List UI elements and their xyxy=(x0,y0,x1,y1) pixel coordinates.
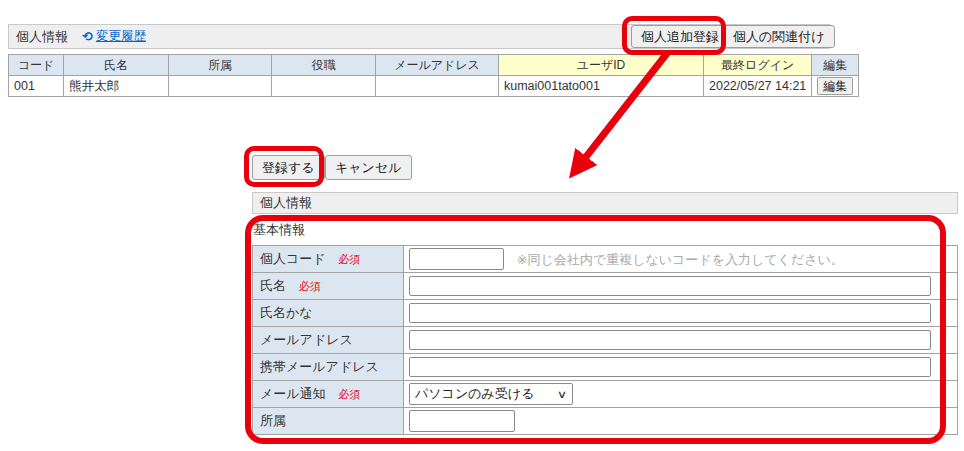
cell-email xyxy=(376,76,499,97)
cell-user-id: kumai001tato001 xyxy=(499,76,704,97)
register-button[interactable]: 登録する xyxy=(252,155,325,180)
form-panel-title: 個人情報 xyxy=(260,194,312,212)
label-mobile-email: 携帯メールアドレス xyxy=(260,359,379,374)
name-input[interactable] xyxy=(409,276,931,296)
cell-position xyxy=(272,76,376,97)
col-name: 氏名 xyxy=(64,55,169,76)
relate-person-button[interactable]: 個人の関連付け xyxy=(723,25,835,48)
cell-last-login: 2022/05/27 14:21 xyxy=(704,76,812,97)
col-edit: 編集 xyxy=(812,55,859,76)
label-name: 氏名 xyxy=(260,278,286,293)
person-code-input[interactable] xyxy=(409,248,504,270)
label-email: メールアドレス xyxy=(260,332,353,347)
mail-notify-selected-value: パソコンのみ受ける xyxy=(415,385,534,403)
label-person-code: 個人コード xyxy=(260,251,326,266)
change-history-label: 変更履歴 xyxy=(96,28,146,45)
col-last-login: 最終ログイン xyxy=(704,55,812,76)
label-mail-notify: メール通知 xyxy=(260,386,326,401)
basic-info-group-title: 基本情報 xyxy=(253,221,305,239)
panel-title: 個人情報 xyxy=(16,28,68,46)
department-input[interactable] xyxy=(409,410,515,432)
table-header-row: コード 氏名 所属 役職 メールアドレス ユーザID 最終ログイン 編集 xyxy=(9,55,859,76)
history-icon: ⟲ xyxy=(82,29,93,44)
form-row-mail-notify: メール通知 必須 パソコンのみ受ける ∨ xyxy=(253,381,958,408)
col-position: 役職 xyxy=(272,55,376,76)
form-row-department: 所属 xyxy=(253,408,958,435)
required-badge: 必須 xyxy=(338,388,360,400)
change-history-link[interactable]: ⟲ 変更履歴 xyxy=(82,28,146,45)
required-badge: 必須 xyxy=(338,253,360,265)
cancel-button[interactable]: キャンセル xyxy=(325,155,412,180)
cell-department xyxy=(169,76,272,97)
cell-name-link[interactable]: 熊井太郎 xyxy=(64,76,169,97)
form-row-name-kana: 氏名かな xyxy=(253,300,958,327)
label-name-kana: 氏名かな xyxy=(260,305,313,320)
person-list-table: コード 氏名 所属 役職 メールアドレス ユーザID 最終ログイン 編集 001… xyxy=(8,54,859,97)
email-input[interactable] xyxy=(409,330,931,350)
form-row-code: 個人コード 必須 ※同じ会社内で重複しないコードを入力してください。 xyxy=(253,246,958,273)
form-row-name: 氏名 必須 xyxy=(253,273,958,300)
form-panel-header: 個人情報 xyxy=(252,192,958,214)
page: 個人情報 ⟲ 変更履歴 個人追加登録 個人の関連付け コード 氏名 所属 役職 … xyxy=(0,0,964,451)
edit-button[interactable]: 編集 xyxy=(817,77,853,95)
name-kana-input[interactable] xyxy=(409,303,931,323)
chevron-down-icon: ∨ xyxy=(557,388,567,401)
form-row-email: メールアドレス xyxy=(253,327,958,354)
add-person-button[interactable]: 個人追加登録 xyxy=(631,25,729,48)
col-user-id: ユーザID xyxy=(499,55,704,76)
col-department: 所属 xyxy=(169,55,272,76)
cell-code: 001 xyxy=(9,76,64,97)
mobile-email-input[interactable] xyxy=(409,357,931,377)
form-row-mobile-email: 携帯メールアドレス xyxy=(253,354,958,381)
required-badge: 必須 xyxy=(299,280,321,292)
person-code-note: ※同じ会社内で重複しないコードを入力してください。 xyxy=(517,252,844,267)
col-email: メールアドレス xyxy=(376,55,499,76)
table-row: 001 熊井太郎 kumai001tato001 2022/05/27 14:2… xyxy=(9,76,859,97)
basic-info-form: 個人コード 必須 ※同じ会社内で重複しないコードを入力してください。 氏名 必須… xyxy=(252,245,958,435)
label-department: 所属 xyxy=(260,413,286,428)
col-code: コード xyxy=(9,55,64,76)
mail-notify-select[interactable]: パソコンのみ受ける ∨ xyxy=(409,383,573,405)
